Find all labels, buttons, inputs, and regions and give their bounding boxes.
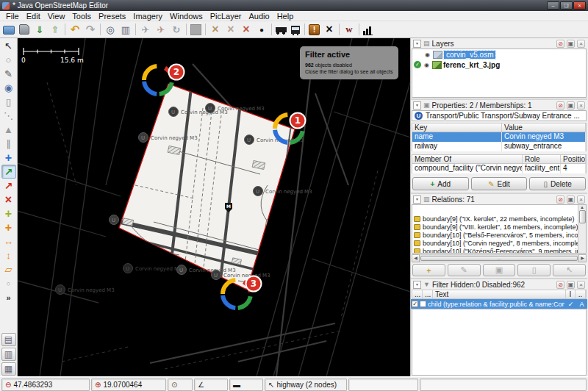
minimize-button[interactable]: –	[547, 1, 559, 10]
eye-icon[interactable]: ◉	[423, 51, 431, 58]
scale-x-icon[interactable]: ↔	[1, 234, 16, 248]
enable-checkbox[interactable]: ✓	[412, 301, 418, 307]
piclayer-remove-icon[interactable]: ×	[1, 193, 16, 207]
download-data-icon[interactable]: ⇓	[32, 23, 47, 37]
menu-tools[interactable]: Tools	[68, 12, 95, 21]
inverted-check[interactable]: ✓	[566, 301, 576, 308]
dock-icon[interactable]: ▣	[567, 196, 575, 204]
delete-tag-button[interactable]: ▯Delete	[529, 177, 586, 190]
shade-icon[interactable]: ⊘	[556, 281, 564, 289]
scrollbar-thumb[interactable]	[579, 210, 586, 223]
relation-item[interactable]: boundary[10] ("Corvin negyed", 8 members…	[412, 239, 586, 247]
collapse-icon[interactable]: ▼	[413, 101, 421, 110]
tag-row-railway[interactable]: railway subway_entrance	[412, 142, 587, 151]
shade-icon[interactable]: ⊘	[556, 196, 564, 204]
move-point-icon[interactable]: +	[1, 220, 16, 234]
vertical-scrollbar[interactable]: ▲	[578, 205, 586, 253]
draw-nodes-icon[interactable]: ✎	[1, 67, 16, 81]
validation-warning-icon[interactable]: !	[309, 24, 320, 35]
shade-icon[interactable]: ⊘	[556, 40, 564, 48]
menu-file[interactable]: File	[2, 12, 23, 21]
collapse-icon[interactable]: ▼	[413, 281, 421, 289]
scroll-left-icon[interactable]: ◀	[412, 254, 420, 262]
move-node-icon[interactable]: +	[1, 207, 16, 220]
dock-icon[interactable]: ▣	[567, 281, 575, 289]
parallel-way-icon[interactable]: ∥	[1, 137, 16, 151]
blank-imagery-icon[interactable]	[190, 24, 201, 35]
relation-item[interactable]: boundary[9] ("IX. kerület", 22 members, …	[412, 215, 586, 223]
menu-view[interactable]: View	[44, 12, 69, 21]
menu-presets[interactable]: Presets	[95, 12, 129, 21]
toggle-measure-button[interactable]: ▥	[1, 348, 16, 361]
layer-row-osm[interactable]: ◉ corvin_v5.osm	[412, 49, 586, 60]
cross-tool-icon-1[interactable]: ×	[208, 23, 223, 37]
shade-icon[interactable]: ⊘	[556, 101, 564, 110]
save-icon[interactable]	[19, 24, 29, 35]
delete-tool-icon[interactable]: ×	[322, 23, 337, 37]
cross-tool-icon-3[interactable]: ×	[239, 23, 254, 37]
preset-row[interactable]: U Transport/Public Transport/Subway Entr…	[412, 110, 587, 121]
close-button[interactable]: ×	[573, 1, 586, 10]
menu-audio[interactable]: Audio	[245, 12, 273, 21]
more-tools-chevron[interactable]: »	[1, 290, 16, 304]
duplicate-relation-button[interactable]: ▣	[483, 264, 516, 276]
redo-icon[interactable]: ↷	[83, 23, 98, 37]
maximize-button[interactable]: ❑	[560, 1, 573, 10]
upload-data-icon[interactable]: ⇑	[48, 23, 62, 37]
car-icon[interactable]	[274, 23, 288, 37]
dock-icon[interactable]: ▣	[567, 101, 575, 110]
plane-icon[interactable]: ✈	[138, 23, 153, 37]
membership-row[interactable]: compound_facility ("Corvin negyed M3", 1…	[412, 164, 587, 173]
menu-help[interactable]: Help	[273, 12, 298, 21]
add-tag-button[interactable]: +Add	[412, 177, 469, 190]
lasso-tool-icon[interactable]: ○	[1, 53, 16, 67]
search-icon[interactable]: ◎	[103, 23, 118, 37]
relation-item[interactable]: boundary[10] ("Belső-Ferencváros", 5 mem…	[412, 231, 586, 239]
select-relation-button[interactable]: ↖	[553, 264, 586, 276]
scroll-right-icon[interactable]: ▶	[578, 254, 587, 262]
collapse-icon[interactable]: ▼	[413, 40, 421, 48]
close-icon[interactable]: ×	[577, 196, 585, 204]
map-canvas[interactable]: M UCorvin negyed M3 UCorvin negyed M3 UC…	[18, 38, 410, 376]
cross-tool-icon-2[interactable]: ×	[223, 23, 238, 37]
close-icon[interactable]: ×	[577, 281, 585, 289]
collapse-icon[interactable]: ▼	[413, 196, 421, 204]
dock-icon[interactable]: ▣	[567, 40, 575, 48]
edit-relation-button[interactable]: ✎	[448, 264, 481, 276]
filter-row[interactable]: ✓ child (type:relation & facility:public…	[411, 299, 587, 309]
public-transport-icon[interactable]	[289, 23, 302, 37]
close-icon[interactable]: ×	[577, 40, 585, 48]
edit-tag-button[interactable]: ✎Edit	[471, 177, 528, 190]
toggle-layers-button[interactable]: ▤	[1, 333, 16, 346]
scrollbar-thumb[interactable]: ⋯	[420, 256, 578, 261]
layer-row-image[interactable]: ✓ ◉ ferenc_krt_3.jpg	[412, 60, 586, 70]
close-icon[interactable]: ×	[577, 101, 585, 110]
new-relation-button[interactable]: +	[412, 264, 445, 276]
delete-relation-button[interactable]: ▯	[517, 264, 551, 276]
elevation-chart-icon[interactable]	[362, 23, 374, 37]
shear-icon[interactable]: ▱	[1, 262, 16, 276]
piclayer-move-icon[interactable]: +	[1, 151, 16, 165]
relation-item[interactable]: boundary[9] ("VIII. kerület", 16 members…	[412, 223, 586, 231]
waypoint-icon[interactable]: w	[342, 23, 356, 37]
scroll-up-icon[interactable]: ▲	[580, 205, 584, 209]
menu-edit[interactable]: Edit	[23, 12, 44, 21]
follow-line-icon[interactable]: ⋱	[1, 109, 16, 123]
eye-icon[interactable]: ◉	[423, 62, 431, 68]
update-data-icon[interactable]: ↻	[169, 23, 184, 37]
node-tool-icon[interactable]: ○	[1, 276, 16, 290]
horizontal-scrollbar[interactable]: ◀ ⋯ ▶	[412, 254, 587, 262]
zoom-tool-icon[interactable]: ◉	[1, 81, 16, 95]
plane-red-icon[interactable]: ✈	[154, 23, 168, 37]
improve-way-icon[interactable]: ▲	[1, 123, 16, 137]
piclayer-rotate-icon[interactable]: ↗	[1, 179, 16, 193]
delete-tool-icon-left[interactable]: ▯	[1, 95, 16, 109]
hand-pan-icon[interactable]: ●	[254, 23, 269, 37]
preferences-icon[interactable]: ▥	[118, 23, 133, 37]
menu-piclayer[interactable]: PicLayer	[207, 12, 245, 21]
piclayer-scale-icon[interactable]: ↗	[1, 165, 16, 179]
scale-y-icon[interactable]: ↕	[1, 248, 16, 262]
toggle-map-button[interactable]: ▦	[1, 362, 16, 376]
tag-row-name[interactable]: name Corvin negyed M3	[412, 132, 587, 142]
hide-checkbox[interactable]	[420, 301, 426, 307]
